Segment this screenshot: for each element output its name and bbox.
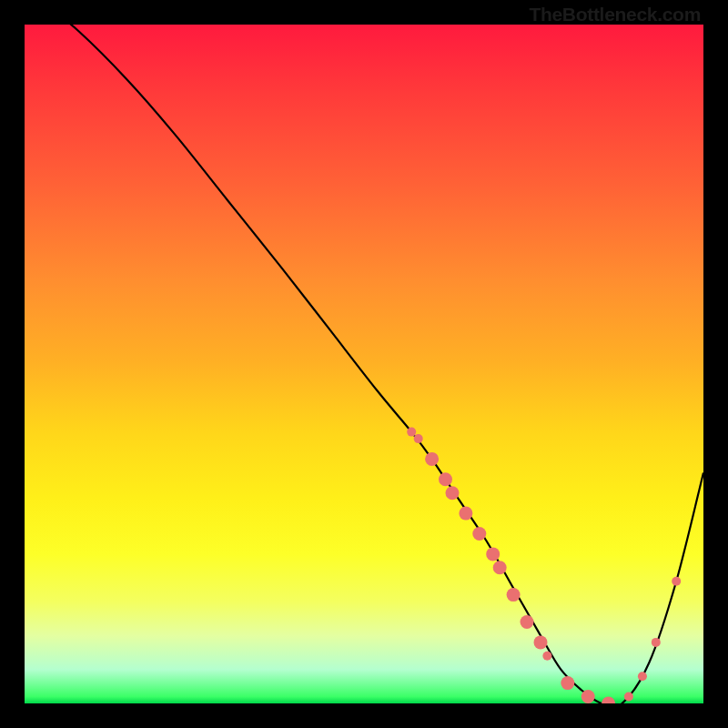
- data-point-marker: [439, 472, 452, 486]
- chart-frame: TheBottleneck.com: [0, 0, 728, 728]
- data-point-marker: [521, 615, 534, 629]
- data-point-marker: [652, 638, 661, 647]
- data-point-marker: [414, 434, 423, 443]
- data-point-marker: [459, 507, 472, 521]
- data-point-marker: [425, 452, 439, 466]
- data-point-marker: [561, 676, 574, 690]
- data-point-marker: [672, 577, 681, 586]
- data-point-marker: [486, 547, 500, 561]
- data-point-marker: [638, 672, 647, 681]
- bottleneck-curve: [25, 25, 703, 703]
- data-point-marker: [446, 486, 460, 500]
- data-point-marker: [534, 635, 548, 649]
- curve-svg: [25, 25, 703, 703]
- data-point-marker: [493, 561, 507, 574]
- data-point-marker: [602, 697, 615, 704]
- data-markers: [407, 428, 681, 703]
- data-point-marker: [624, 693, 633, 702]
- plot-area: [25, 25, 703, 703]
- data-point-marker: [581, 690, 595, 703]
- data-point-marker: [507, 588, 521, 602]
- data-point-marker: [542, 652, 551, 661]
- watermark-text: TheBottleneck.com: [529, 4, 701, 25]
- data-point-marker: [407, 428, 416, 437]
- data-point-marker: [472, 527, 486, 541]
